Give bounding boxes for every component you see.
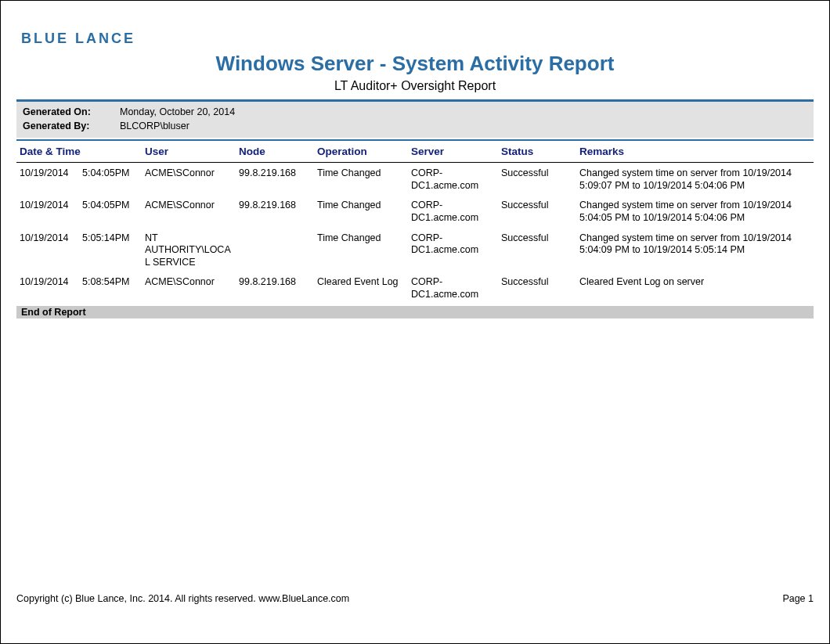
cell-server: CORP-DC1.acme.com — [408, 272, 498, 304]
cell-node — [236, 228, 314, 272]
cell-time: 5:04:05PM — [79, 195, 142, 227]
report-title: Windows Server - System Activity Report — [16, 52, 814, 76]
cell-time: 5:08:54PM — [79, 272, 142, 304]
cell-date: 10/19/2014 — [16, 272, 79, 304]
cell-remarks: Cleared Event Log on server — [576, 272, 814, 304]
cell-server: CORP-DC1.acme.com — [408, 228, 498, 272]
cell-status: Successful — [498, 163, 576, 196]
cell-status: Successful — [498, 228, 576, 272]
report-page: BLUE LANCE Windows Server - System Activ… — [0, 0, 830, 644]
table-row: 10/19/20145:04:05PMACME\SConnor99.8.219.… — [16, 195, 814, 227]
table-row: 10/19/20145:05:14PMNT AUTHORITY\LOCAL SE… — [16, 228, 814, 272]
cell-status: Successful — [498, 272, 576, 304]
cell-date: 10/19/2014 — [16, 163, 79, 196]
cell-user: ACME\SConnor — [142, 195, 236, 227]
end-of-report: End of Report — [16, 306, 814, 318]
col-user: User — [142, 141, 236, 163]
col-node: Node — [236, 141, 314, 163]
col-remarks: Remarks — [576, 141, 814, 163]
table-header-row: Date & Time User Node Operation Server S… — [16, 141, 814, 163]
col-datetime: Date & Time — [16, 141, 142, 163]
generated-on-value: Monday, October 20, 2014 — [120, 105, 235, 119]
cell-operation: Time Changed — [314, 228, 408, 272]
cell-status: Successful — [498, 195, 576, 227]
cell-time: 5:05:14PM — [79, 228, 142, 272]
generated-by-label: Generated By: — [23, 119, 101, 133]
cell-node: 99.8.219.168 — [236, 272, 314, 304]
cell-user: NT AUTHORITY\LOCAL SERVICE — [142, 228, 236, 272]
cell-user: ACME\SConnor — [142, 272, 236, 304]
cell-remarks: Changed system time on server from 10/19… — [576, 228, 814, 272]
cell-time: 5:04:05PM — [79, 163, 142, 196]
cell-remarks: Changed system time on server from 10/19… — [576, 163, 814, 196]
cell-date: 10/19/2014 — [16, 195, 79, 227]
footer-copyright: Copyright (c) Blue Lance, Inc. 2014. All… — [16, 593, 349, 604]
cell-operation: Time Changed — [314, 163, 408, 196]
footer-page: Page 1 — [782, 593, 814, 604]
generated-on-label: Generated On: — [23, 105, 101, 119]
cell-node: 99.8.219.168 — [236, 195, 314, 227]
cell-date: 10/19/2014 — [16, 228, 79, 272]
activity-table: Date & Time User Node Operation Server S… — [16, 141, 814, 304]
cell-server: CORP-DC1.acme.com — [408, 163, 498, 196]
col-operation: Operation — [314, 141, 408, 163]
cell-server: CORP-DC1.acme.com — [408, 195, 498, 227]
col-server: Server — [408, 141, 498, 163]
report-footer: Copyright (c) Blue Lance, Inc. 2014. All… — [16, 593, 814, 604]
report-subtitle: LT Auditor+ Oversight Report — [16, 79, 814, 93]
cell-operation: Cleared Event Log — [314, 272, 408, 304]
table-row: 10/19/20145:04:05PMACME\SConnor99.8.219.… — [16, 163, 814, 196]
cell-operation: Time Changed — [314, 195, 408, 227]
cell-remarks: Changed system time on server from 10/19… — [576, 195, 814, 227]
report-meta: Generated On: Monday, October 20, 2014 G… — [16, 101, 814, 138]
brand-logo: BLUE LANCE — [21, 31, 814, 47]
cell-user: ACME\SConnor — [142, 163, 236, 196]
col-status: Status — [498, 141, 576, 163]
cell-node: 99.8.219.168 — [236, 163, 314, 196]
generated-by-value: BLCORP\bluser — [120, 119, 189, 133]
table-row: 10/19/20145:08:54PMACME\SConnor99.8.219.… — [16, 272, 814, 304]
